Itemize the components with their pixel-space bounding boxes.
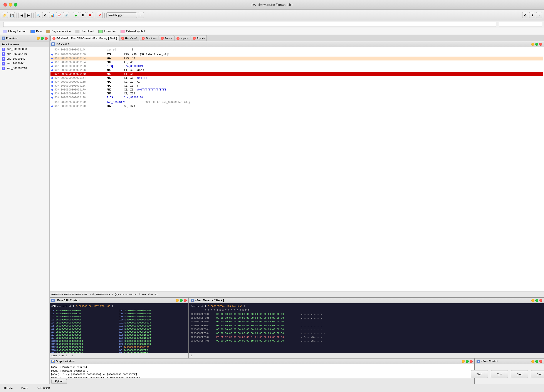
dot-selected <box>51 73 53 75</box>
start-button[interactable]: Start <box>471 370 488 378</box>
memory-icon: 📋 <box>191 299 194 302</box>
tab-imports[interactable]: × Imports <box>175 35 190 41</box>
asm-row-bcs[interactable]: ROM:0000000800000178 B.CS loc_80000188 <box>50 96 543 100</box>
asm-row-mov2[interactable]: ROM:000000080000017C MOV SP, X29 <box>50 105 543 108</box>
out-close-btn[interactable] <box>470 360 473 363</box>
minimize-button[interactable] <box>9 3 12 6</box>
uemu-refresh-btn[interactable] <box>535 360 538 363</box>
tab-enums-close[interactable]: × <box>161 37 164 40</box>
close-button[interactable] <box>4 3 7 6</box>
cpu-close-btn[interactable] <box>184 299 187 302</box>
back-button[interactable]: ◀ <box>18 12 25 18</box>
stop-button[interactable]: Stop <box>531 370 544 378</box>
tab-hexview-close[interactable]: × <box>121 37 124 40</box>
tab-structures[interactable]: × Structures <box>140 35 158 41</box>
mem-restore-btn[interactable] <box>531 299 534 302</box>
tab-hexview[interactable]: × Hex View-1 <box>119 35 139 41</box>
pause-btn[interactable]: ⏸ <box>80 12 86 18</box>
more-btn[interactable]: » <box>536 12 542 18</box>
settings-btn[interactable]: ⚙ <box>522 12 528 18</box>
asm-row-add3[interactable]: ROM:000000080000016C ADD X0, X0, #7 <box>50 84 543 88</box>
sidebar-restore-btn[interactable] <box>37 37 40 40</box>
memory-panel: 📋 uEmu Memory [ Stack ] Memory at [ 0x80… <box>189 298 544 358</box>
dot-0 <box>51 49 53 51</box>
run-button[interactable]: Run <box>491 370 508 378</box>
uemu-restore-btn[interactable] <box>531 360 534 363</box>
sidebar-item-0[interactable]: f sub_800000000 <box>0 47 49 52</box>
asm-row-selected[interactable]: ROM:0000000800000160 AND X1, X1 <box>50 72 543 76</box>
uemu-control-panel: ▶ uEmu Control Start Run <box>474 358 544 384</box>
ida-close-btn[interactable] <box>539 43 542 46</box>
open-button[interactable]: 📁 <box>2 12 8 18</box>
asm-row-cmp[interactable]: ROM:0000000800000154 CMP X0, #0 <box>50 60 543 64</box>
python-tab-label: Python <box>55 380 63 383</box>
asm-content[interactable]: ROM:000000080000014C var_s0 = 0 ROM:0000… <box>50 47 544 292</box>
sidebar-item-4[interactable]: f sub_800000218 <box>0 66 49 71</box>
legend-library: Library function <box>3 30 26 33</box>
tab-exports[interactable]: × Exports <box>191 35 207 41</box>
out-restore-btn[interactable] <box>462 360 465 363</box>
maximize-button[interactable] <box>14 3 18 6</box>
ida-view-title-bar: 📄 IDA View-A <box>50 41 544 47</box>
dot-bcs <box>51 97 53 99</box>
search-input[interactable] <box>3 22 496 27</box>
status-bar: AU: idle Down Disk: 80GB <box>0 384 544 392</box>
mem-close-btn[interactable] <box>539 299 542 302</box>
disasm-button[interactable]: ⚙ <box>42 12 48 18</box>
asm-row-mov1[interactable]: ROM:0000000800000154 MOV X29, SP <box>50 57 543 60</box>
sidebar-item-3[interactable]: f sub_800001C4 <box>0 61 49 66</box>
func-icon-2: f <box>2 57 5 61</box>
ida-restore-btn[interactable] <box>531 43 534 46</box>
window-controls[interactable] <box>4 3 18 6</box>
stop-btn[interactable]: ⏹ <box>87 12 93 18</box>
graph-button[interactable]: 📈 <box>56 12 62 18</box>
uemu-close-btn[interactable] <box>539 360 542 363</box>
legend-color-regular <box>46 30 50 33</box>
refs-button[interactable]: 🔗 <box>63 12 69 18</box>
asm-row-var[interactable]: ROM:000000080000014C var_s0 = 0 <box>50 48 543 52</box>
info-btn[interactable]: ℹ <box>529 12 535 18</box>
asm-row-and3[interactable]: ROM:0000000800000170 AND X0, X0, #0xFFFF… <box>50 88 543 92</box>
sidebar-item-2[interactable]: f sub_8000014C <box>0 57 49 61</box>
debugger-opt-btn[interactable]: ⌄ <box>138 12 144 18</box>
asm-row-and2[interactable]: ROM:0000000800000164 AND X1, X1, #0xFFFF… <box>50 76 543 80</box>
tab-main[interactable]: × IDA View-A, uEmu CPU Context, uEmu Mem… <box>50 35 119 41</box>
asm-row-beq[interactable]: ROM:0000000800000158 B.EQ loc_800000198 <box>50 64 543 68</box>
sidebar-item-1[interactable]: f sub_800000110 <box>0 52 49 57</box>
python-tab-btn[interactable]: Python <box>51 379 67 384</box>
out-refresh-btn[interactable] <box>466 360 469 363</box>
cpu-refresh-btn[interactable] <box>180 299 183 302</box>
dot-beq <box>51 65 53 67</box>
tab-exports-close[interactable]: × <box>193 37 196 40</box>
asm-row-cmp2[interactable]: ROM:0000000800000174 CMP X0, X26 <box>50 92 543 96</box>
tab-main-close[interactable]: × <box>53 37 55 40</box>
legend-unexplored: Unexplored <box>75 30 94 33</box>
sidebar-refresh-btn[interactable] <box>41 37 44 40</box>
debugger-select[interactable]: No debugger <box>106 12 137 18</box>
asm-row-add1[interactable]: ROM:000000080000015C ADD X1, X0, #0x14 <box>50 68 543 72</box>
forward-button[interactable]: ▶ <box>25 12 32 18</box>
x-btn[interactable]: ✕ <box>97 12 103 18</box>
cpu-panel-title: ⚙ uEmu CPU Context <box>50 298 189 303</box>
cpu-restore-btn[interactable] <box>176 299 179 302</box>
hex-button[interactable]: 📊 <box>49 12 55 18</box>
run-btn[interactable]: ▶ <box>73 12 79 18</box>
sidebar-close-btn[interactable] <box>45 37 48 40</box>
tab-enums[interactable]: × Enums <box>159 35 174 41</box>
tab-main-label: IDA View-A, uEmu CPU Context, uEmu Memor… <box>56 37 117 40</box>
ida-refresh-btn[interactable] <box>535 43 538 46</box>
dot-add1 <box>51 69 53 71</box>
sidebar-col-label: Function name <box>2 43 19 46</box>
search-right-input[interactable] <box>499 22 542 27</box>
step-button[interactable]: Step <box>511 370 528 378</box>
mem-refresh-btn[interactable] <box>535 299 538 302</box>
nav-button[interactable]: 🔍 <box>35 12 41 18</box>
save-button[interactable]: 💾 <box>9 12 15 18</box>
asm-row-add2[interactable]: ROM:0000000800000168 ADD X0, X0, X1 <box>50 80 543 84</box>
asm-row-stp[interactable]: ROM:0000000800000150 STP X29, X30, [SP,#… <box>50 53 543 57</box>
reg-x10: X10:0x0000000000000000 <box>51 340 119 342</box>
tab-structures-close[interactable]: × <box>142 37 145 40</box>
tab-imports-close[interactable]: × <box>177 37 179 40</box>
asm-row-label[interactable]: ROM:000000080000017C loc_8000017C ; CODE… <box>50 100 543 105</box>
func-name-2: sub_8000014C <box>6 58 25 60</box>
